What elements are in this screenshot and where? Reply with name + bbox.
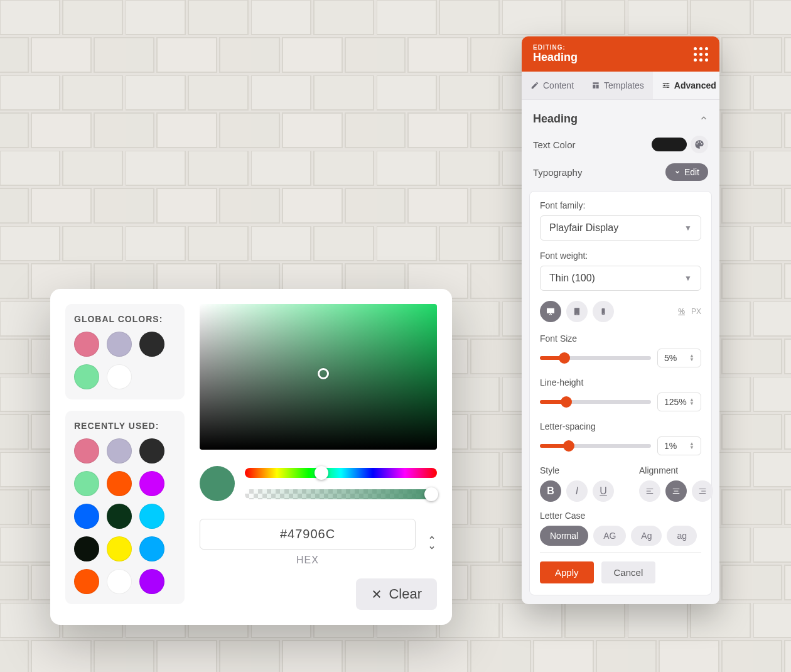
stepper-icon: ▲▼: [689, 354, 694, 362]
align-center-icon: [672, 487, 681, 496]
current-color-swatch: [200, 466, 235, 501]
align-right-button[interactable]: [692, 480, 713, 502]
tab-advanced[interactable]: Advanced: [653, 72, 719, 99]
text-color-label: Text Color: [533, 139, 576, 150]
svg-point-1: [664, 85, 665, 86]
align-center-button[interactable]: [665, 480, 687, 502]
underline-button[interactable]: U: [593, 480, 614, 502]
saturation-cursor[interactable]: [318, 368, 329, 379]
collapse-icon[interactable]: [699, 114, 708, 124]
close-icon: [371, 588, 382, 600]
svg-point-6: [603, 313, 604, 314]
cancel-button[interactable]: Cancel: [601, 561, 656, 583]
typography-card: Font family: Playfair Display ▼ Font wei…: [529, 191, 712, 595]
case-title-button[interactable]: Ag: [631, 526, 662, 546]
style-label: Style: [540, 465, 614, 475]
hex-label: HEX: [296, 555, 319, 566]
pencil-icon: [530, 81, 539, 90]
apply-button[interactable]: Apply: [540, 561, 594, 583]
clear-button[interactable]: Clear: [356, 578, 437, 610]
saturation-area[interactable]: [200, 304, 437, 450]
chevron-up-icon: [427, 534, 437, 541]
hex-input[interactable]: [200, 519, 416, 550]
recent-colors-title: RECENTLY USED:: [74, 421, 176, 431]
color-swatch[interactable]: [139, 471, 164, 496]
drag-handle-icon[interactable]: [694, 47, 708, 62]
text-color-swatch[interactable]: [652, 138, 687, 151]
global-colors-title: GLOBAL COLORS:: [74, 314, 176, 324]
alpha-thumb[interactable]: [424, 487, 438, 501]
case-normal-button[interactable]: Normal: [540, 526, 588, 546]
dropdown-icon: ▼: [684, 274, 692, 283]
color-swatch[interactable]: [74, 364, 99, 389]
tab-bar: Content Templates Advanced: [522, 72, 719, 100]
color-swatch[interactable]: [107, 471, 132, 496]
case-lower-button[interactable]: ag: [667, 526, 697, 546]
svg-point-2: [667, 87, 669, 88]
color-mode-stepper[interactable]: [427, 534, 437, 551]
color-swatch[interactable]: [107, 504, 132, 529]
color-swatch[interactable]: [74, 504, 99, 529]
mobile-icon: [600, 306, 607, 317]
unit-px-button[interactable]: PX: [691, 307, 701, 316]
global-colors-box: GLOBAL COLORS:: [65, 304, 185, 399]
color-swatch[interactable]: [107, 438, 132, 463]
font-size-label: Font Size: [540, 333, 701, 344]
sliders-icon: [662, 81, 670, 90]
font-size-input[interactable]: 5% ▲▼: [657, 349, 701, 367]
color-swatch[interactable]: [74, 438, 99, 463]
align-left-icon: [645, 487, 654, 496]
color-swatch[interactable]: [107, 536, 132, 561]
font-size-slider[interactable]: [540, 356, 651, 360]
color-swatch[interactable]: [139, 504, 164, 529]
font-family-label: Font family:: [540, 200, 701, 210]
recent-colors-box: RECENTLY USED:: [65, 411, 185, 604]
color-swatch[interactable]: [107, 332, 132, 357]
typography-edit-button[interactable]: Edit: [665, 163, 708, 181]
color-swatch[interactable]: [74, 536, 99, 561]
letter-spacing-input[interactable]: 1% ▲▼: [657, 436, 701, 455]
color-swatch[interactable]: [74, 471, 99, 496]
color-swatch[interactable]: [139, 438, 164, 463]
hue-slider[interactable]: [245, 468, 437, 478]
color-swatch[interactable]: [107, 364, 132, 389]
unit-percent-button[interactable]: %: [678, 307, 685, 316]
chevron-down-icon: [427, 544, 437, 551]
color-swatch[interactable]: [139, 332, 164, 357]
case-upper-button[interactable]: AG: [593, 526, 626, 546]
color-swatch[interactable]: [74, 332, 99, 357]
section-heading: Heading: [533, 112, 578, 126]
align-left-button[interactable]: [639, 480, 660, 502]
palette-icon: [694, 139, 704, 149]
line-height-input[interactable]: 125% ▲▼: [657, 393, 701, 411]
tab-content[interactable]: Content: [522, 72, 583, 99]
svg-point-0: [666, 83, 667, 84]
hue-thumb[interactable]: [315, 466, 328, 480]
bold-button[interactable]: B: [540, 480, 561, 502]
color-picker-panel: GLOBAL COLORS: RECENTLY USED:: [50, 289, 452, 625]
device-desktop-button[interactable]: [540, 301, 561, 322]
font-weight-label: Font weight:: [540, 251, 701, 261]
panel-header: EDITING: Heading: [522, 36, 719, 72]
editing-label: EDITING:: [533, 44, 578, 51]
alpha-slider[interactable]: [245, 489, 437, 499]
desktop-icon: [546, 306, 556, 317]
italic-button[interactable]: I: [566, 480, 588, 502]
color-swatch[interactable]: [74, 569, 99, 594]
tablet-icon: [573, 306, 581, 317]
tab-templates[interactable]: Templates: [583, 72, 653, 99]
font-weight-select[interactable]: Thin (100) ▼: [540, 266, 701, 291]
letter-spacing-slider[interactable]: [540, 444, 651, 448]
device-tablet-button[interactable]: [566, 301, 588, 322]
svg-point-4: [576, 314, 577, 315]
color-swatch[interactable]: [107, 569, 132, 594]
templates-icon: [591, 81, 600, 90]
letter-spacing-label: Letter-spacing: [540, 421, 701, 431]
color-swatch[interactable]: [139, 536, 164, 561]
device-mobile-button[interactable]: [593, 301, 614, 322]
palette-button[interactable]: [691, 136, 708, 153]
line-height-slider[interactable]: [540, 400, 651, 404]
color-swatch[interactable]: [139, 569, 164, 594]
align-right-icon: [698, 487, 707, 496]
font-family-select[interactable]: Playfair Display ▼: [540, 215, 701, 241]
